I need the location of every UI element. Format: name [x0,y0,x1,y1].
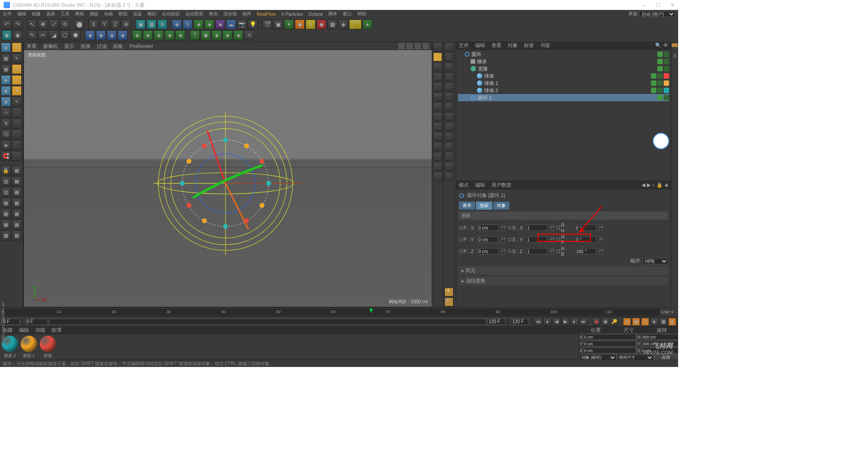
poly-select[interactable]: ✦ [12,86,22,96]
row2-6[interactable]: ⬡ [60,30,70,40]
menu-流水线[interactable]: 流水线 [223,11,237,17]
environment-tool[interactable]: ☁ [226,19,236,29]
tool-2[interactable]: ✦ [284,19,294,29]
help-icon[interactable]: ? [12,42,22,52]
tree-row[interactable]: 球体 [458,72,669,80]
mouse-icon[interactable]: 🖱 [1,118,11,128]
close-button[interactable]: ✕ [670,2,675,8]
menu-窗口[interactable]: 窗口 [343,11,352,17]
sx-spinner[interactable]: ▴▾ [550,225,554,231]
tool-7[interactable]: ♠ [363,19,373,29]
goto-start[interactable]: ⏮ [534,318,542,326]
start-spinner[interactable] [21,319,24,325]
row2-4[interactable]: ✂ [38,30,48,40]
menu-雕刻[interactable]: 雕刻 [147,11,156,17]
row2-21[interactable]: ◈ [233,30,243,40]
object-tree[interactable]: 圆环继承-克隆球体球体.1球体.2圆环.1 [456,50,671,181]
select-tool[interactable]: ↖ [27,19,37,29]
key-misc3[interactable]: ▮ [668,318,676,326]
end-frame-2[interactable] [511,319,529,325]
vp-menu-显示[interactable]: 显示 [64,43,74,50]
x-axis-lock[interactable]: X [89,19,99,29]
menu-脚本[interactable]: 脚本 [328,11,337,17]
et-8[interactable] [444,112,453,121]
et-gear[interactable]: ⚙ [444,297,453,306]
obj-menu-对象[interactable]: 对象 [508,42,518,49]
menu-文件[interactable]: 文件 [3,11,12,17]
axis-mode[interactable]: ⊹ [1,108,11,118]
vp-menu-查看[interactable]: 查看 [27,43,37,50]
grid-d[interactable]: ▦ [12,187,22,197]
attr-fwd-icon[interactable]: ▶ [647,182,651,188]
rh-spinner[interactable]: ▴▾ [599,225,603,231]
deformer-tool[interactable]: ◈ [215,19,225,29]
autokey[interactable]: ◉ [601,318,609,326]
move-icon[interactable]: ↖ [12,97,22,107]
grid-j[interactable]: ▦ [12,220,22,230]
obj-menu-文件[interactable]: 文件 [459,42,469,49]
attr-menu-编辑[interactable]: 编辑 [475,182,485,188]
row2-14[interactable]: ◈ [154,30,164,40]
et-14[interactable] [444,172,453,181]
vp-menu-过滤[interactable]: 过滤 [97,43,107,50]
vp-icon-4[interactable] [423,43,429,49]
lasso-select[interactable]: ⬭ [12,75,22,85]
key-s[interactable]: ▣ [632,318,640,326]
et-4[interactable] [444,72,453,81]
render-view[interactable]: ▣ [136,19,146,29]
row2-17[interactable]: T [190,30,200,40]
et-9[interactable] [444,122,453,131]
play-back[interactable]: ◀ [552,318,561,326]
spline-tool[interactable]: S [183,19,193,29]
row2-10[interactable]: ◈ [107,30,117,40]
timeline-slider[interactable] [49,319,486,325]
vt-8[interactable] [433,112,442,121]
texture-mode[interactable]: ▦ [1,64,11,74]
obj-menu-编辑[interactable]: 编辑 [475,42,485,49]
tab-basic[interactable]: 基本 [459,202,475,210]
point-mode[interactable]: ◈ [1,75,11,85]
material-area[interactable]: 材质.2材质.1材质 [0,334,579,361]
et-10[interactable] [444,132,453,141]
menu-插件[interactable]: 插件 [242,11,251,17]
et-3[interactable] [444,62,453,71]
menu-创建[interactable]: 创建 [32,11,41,17]
et-7[interactable] [444,102,453,111]
clapperboard-icon[interactable]: 🎬 [262,19,272,29]
grid-a[interactable]: ▦ [12,165,22,175]
vp-menu-面板[interactable]: 面板 [113,43,123,50]
redo-button[interactable]: ↷ [13,19,23,29]
menu-X-Particles[interactable]: X-Particles [281,12,303,17]
material-材质.1[interactable]: 材质.1 [21,336,37,359]
vp-icon-1[interactable] [398,43,405,49]
tool-5[interactable]: ▦ [327,19,337,29]
rb-spinner[interactable]: ▴▾ [599,248,603,254]
light-tool[interactable]: 💡 [248,19,258,29]
vp-menu-摄像机[interactable]: 摄像机 [43,43,58,50]
goto-end[interactable]: ⏭ [580,318,588,326]
minimize-button[interactable]: — [641,2,646,8]
thin-label-2[interactable]: 层 [672,49,678,52]
tree-row[interactable]: 球体.2 [458,87,669,94]
key-misc2[interactable]: ▦ [659,318,667,326]
obj-menu-书签[interactable]: 书签 [540,42,550,49]
row2-8[interactable]: ◈ [85,30,95,40]
tree-row[interactable]: -克隆 [458,65,669,72]
extra-3[interactable] [12,129,22,139]
expand-freeze[interactable]: ▸ 冻结变换 [459,277,668,285]
grid-f[interactable]: ▦ [12,198,22,208]
expand-quaternion[interactable]: ▸ 四元 [459,266,668,275]
render-settings[interactable]: ⚙ [157,19,167,29]
row2-20[interactable]: ◈ [222,30,232,40]
solo-icon[interactable]: ▨ [1,176,11,186]
sz-spinner[interactable]: ▴▾ [550,248,554,254]
y-axis-lock[interactable]: Y [99,19,109,29]
et-axis[interactable]: =1 [444,287,453,296]
tree-row[interactable]: 继承 [458,58,669,65]
menu-工具[interactable]: 工具 [61,11,70,17]
sz-input[interactable] [526,248,547,254]
vt-3[interactable] [433,62,442,71]
end-frame-1[interactable] [487,319,505,325]
step-fwd[interactable]: ⏵ [571,318,579,326]
cube-primitive[interactable]: ◈ [172,19,182,29]
